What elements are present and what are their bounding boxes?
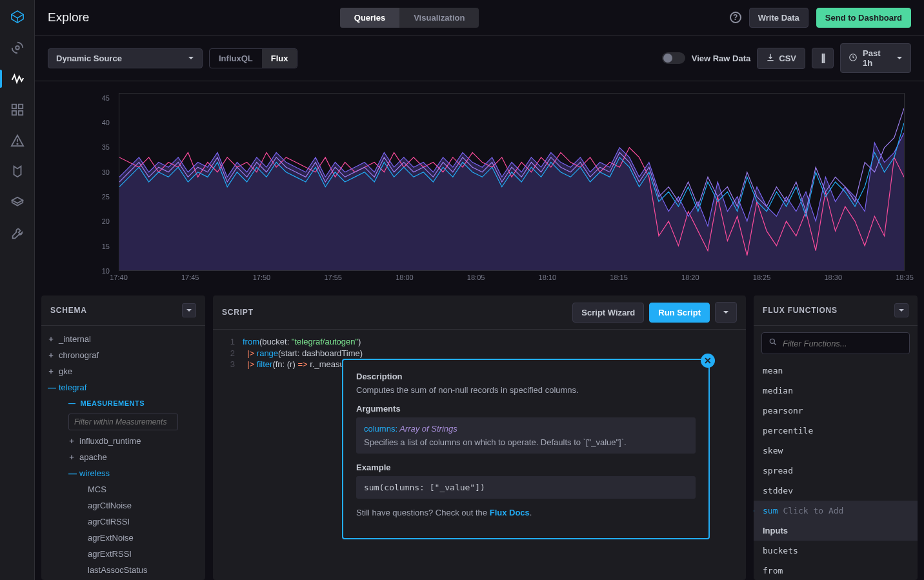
tooltip-example-header: Example bbox=[356, 463, 696, 472]
x-tick: 18:20 bbox=[681, 274, 699, 281]
y-tick: 30 bbox=[102, 168, 110, 176]
nav-dashboards[interactable] bbox=[0, 95, 35, 124]
nav-status[interactable] bbox=[0, 34, 35, 62]
write-data-button[interactable]: Write Data bbox=[749, 8, 808, 28]
tooltip-example: sum(columns: ["_value"]) bbox=[356, 476, 696, 499]
flux-function-item[interactable]: skew bbox=[754, 441, 918, 461]
measurements-filter[interactable] bbox=[68, 414, 178, 430]
schema-title: SCHEMA bbox=[50, 306, 87, 315]
svg-point-10 bbox=[770, 339, 774, 343]
flux-filter-input[interactable] bbox=[783, 339, 903, 348]
bucket-item[interactable]: +_internal bbox=[41, 331, 205, 347]
flux-title: FLUX FUNCTIONS bbox=[763, 306, 838, 315]
page-title: Explore bbox=[48, 10, 89, 25]
tooltip-desc-header: Description bbox=[356, 372, 696, 381]
arg-desc: Specifies a list of columns on which to … bbox=[364, 437, 688, 447]
source-dropdown[interactable]: Dynamic Source bbox=[48, 48, 203, 68]
flux-function-item[interactable]: from bbox=[754, 561, 918, 580]
y-tick: 10 bbox=[102, 267, 110, 275]
nav-explore[interactable] bbox=[0, 65, 35, 93]
schema-panel: SCHEMA +_internal+chronograf+gke—telegra… bbox=[41, 295, 205, 580]
flux-function-item[interactable]: spread bbox=[754, 461, 918, 481]
field-item[interactable]: agrExtNoise bbox=[41, 530, 205, 546]
tooltip-footer: Still have questions? Check out the Flux… bbox=[356, 508, 696, 517]
y-axis: 1015202530354045 bbox=[48, 93, 117, 271]
script-options[interactable] bbox=[715, 302, 737, 323]
field-item[interactable]: MCS bbox=[41, 481, 205, 497]
x-tick: 18:10 bbox=[539, 274, 557, 281]
measurement-item[interactable]: +influxdb_runtime bbox=[41, 433, 205, 449]
svg-point-2 bbox=[15, 46, 19, 50]
tooltip-args-header: Arguments bbox=[356, 404, 696, 414]
field-item[interactable]: agrExtRSSI bbox=[41, 546, 205, 562]
x-tick: 18:05 bbox=[467, 274, 485, 281]
schema-options[interactable] bbox=[182, 303, 196, 317]
download-icon bbox=[766, 53, 775, 64]
lang-flux[interactable]: Flux bbox=[262, 49, 297, 68]
y-tick: 45 bbox=[102, 94, 110, 102]
nav-alerting[interactable] bbox=[0, 126, 35, 155]
flux-function-item[interactable]: median bbox=[754, 381, 918, 401]
flux-function-selected[interactable]: sumClick to Add bbox=[754, 501, 918, 521]
tab-visualization[interactable]: Visualization bbox=[399, 8, 479, 28]
flux-function-item[interactable]: mean bbox=[754, 361, 918, 381]
chart: 1015202530354045 17:4017:4517:5017:5518:… bbox=[35, 81, 924, 289]
x-axis: 17:4017:4517:5017:5518:0018:0518:1018:15… bbox=[119, 274, 905, 285]
send-to-dashboard-button[interactable]: Send to Dashboard bbox=[816, 8, 911, 28]
field-item[interactable]: agrCtlNoise bbox=[41, 497, 205, 514]
flux-function-item[interactable]: percentile bbox=[754, 421, 918, 441]
tooltip-desc: Computes the sum of non-null records in … bbox=[356, 385, 696, 395]
x-tick: 17:55 bbox=[324, 274, 342, 281]
topbar: Explore Queries Visualization ? Write Da… bbox=[35, 0, 924, 35]
script-panel: SCRIPT Script Wizard Run Script 1from(bu… bbox=[213, 295, 746, 580]
source-label: Dynamic Source bbox=[56, 54, 122, 63]
function-tooltip: ✕ Description Computes the sum of non-nu… bbox=[342, 359, 710, 539]
pause-button[interactable]: || bbox=[812, 48, 834, 68]
flux-options[interactable] bbox=[894, 303, 909, 317]
tab-queries[interactable]: Queries bbox=[340, 8, 399, 28]
script-wizard-button[interactable]: Script Wizard bbox=[572, 303, 644, 323]
bucket-item[interactable]: +chronograf bbox=[41, 347, 205, 363]
flux-function-item[interactable]: pearsonr bbox=[754, 401, 918, 421]
svg-rect-3 bbox=[12, 105, 15, 108]
x-tick: 18:15 bbox=[610, 274, 628, 281]
flux-section-header: Inputs bbox=[754, 521, 918, 541]
time-range-label: Past 1h bbox=[863, 48, 891, 68]
measurement-item[interactable]: +apache bbox=[41, 449, 205, 465]
bucket-item[interactable]: +gke bbox=[41, 363, 205, 379]
measurement-item[interactable]: —wireless bbox=[41, 465, 205, 481]
clock-icon bbox=[849, 53, 858, 64]
chevron-down-icon bbox=[896, 54, 903, 63]
svg-point-8 bbox=[17, 143, 17, 144]
measurements-header[interactable]: —MEASUREMENTS bbox=[41, 395, 205, 411]
flux-function-item[interactable]: buckets bbox=[754, 541, 918, 561]
field-item[interactable]: lastAssocStatus bbox=[41, 562, 205, 578]
view-mode-toggle: Queries Visualization bbox=[340, 8, 479, 28]
nav-config[interactable] bbox=[0, 219, 35, 248]
flux-docs-link[interactable]: Flux Docs bbox=[490, 508, 530, 517]
nav-logs[interactable] bbox=[0, 157, 35, 186]
flux-functions-panel: FLUX FUNCTIONS meanmedianpearsonrpercent… bbox=[754, 295, 918, 580]
bucket-item[interactable]: —telegraf bbox=[41, 379, 205, 395]
y-tick: 25 bbox=[102, 193, 110, 201]
controls-row: Dynamic Source InfluxQL Flux View Raw Da… bbox=[35, 35, 924, 81]
flux-search bbox=[761, 332, 910, 354]
flux-function-item[interactable]: stddev bbox=[754, 481, 918, 501]
raw-data-toggle[interactable] bbox=[662, 52, 685, 64]
raw-data-label: View Raw Data bbox=[692, 54, 751, 63]
y-tick: 20 bbox=[102, 217, 110, 225]
query-lang-toggle: InfluxQL Flux bbox=[209, 48, 297, 68]
time-range-dropdown[interactable]: Past 1h bbox=[840, 43, 911, 73]
x-tick: 18:00 bbox=[396, 274, 414, 281]
nav-org[interactable] bbox=[0, 188, 35, 217]
field-item[interactable]: agrCtlRSSI bbox=[41, 514, 205, 530]
run-script-button[interactable]: Run Script bbox=[649, 303, 710, 323]
csv-button[interactable]: CSV bbox=[757, 48, 805, 69]
x-tick: 18:25 bbox=[753, 274, 771, 281]
y-tick: 15 bbox=[102, 243, 110, 250]
help-icon[interactable]: ? bbox=[730, 12, 741, 23]
close-icon[interactable]: ✕ bbox=[701, 354, 715, 368]
lang-influxql[interactable]: InfluxQL bbox=[210, 49, 262, 68]
svg-rect-6 bbox=[18, 111, 22, 115]
plot-area[interactable] bbox=[119, 93, 905, 271]
